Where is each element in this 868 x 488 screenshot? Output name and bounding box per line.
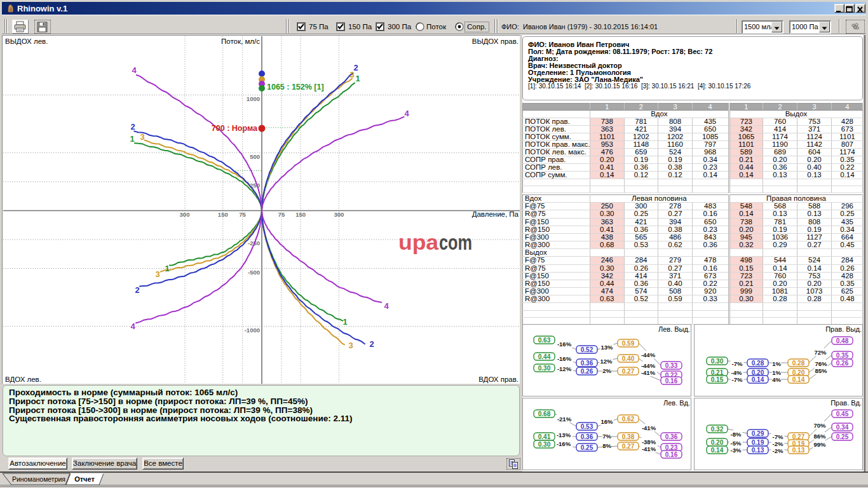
svg-text:-2%: -2% (773, 440, 783, 447)
svg-text:0.63: 0.63 (538, 337, 551, 344)
svg-text:0.52: 0.52 (581, 346, 593, 353)
svg-text:1%: 1% (772, 369, 781, 376)
svg-text:-5%: -5% (731, 440, 742, 447)
svg-text:0.13: 0.13 (752, 447, 764, 454)
svg-text:Риноманометрия: Риноманометрия (12, 475, 65, 483)
svg-text:0.13: 0.13 (792, 447, 805, 454)
svg-text:0.16: 0.16 (665, 451, 678, 458)
svg-text:-16%: -16% (557, 341, 572, 348)
svg-text:upa: upa (398, 231, 439, 254)
svg-text:Поток, мл/с: Поток, мл/с (221, 37, 260, 45)
svg-text:0.34: 0.34 (836, 424, 849, 431)
svg-text:2: 2 (135, 285, 139, 295)
svg-text:-7%: -7% (732, 360, 743, 367)
svg-text:0.45: 0.45 (836, 410, 849, 417)
svg-text:3: 3 (155, 269, 159, 279)
svg-text:150: 150 (295, 211, 306, 218)
svg-text:0.15: 0.15 (711, 376, 724, 383)
svg-text:16%: 16% (600, 418, 613, 425)
svg-text:700 : Норма: 700 : Норма (212, 124, 258, 133)
svg-text:-7%: -7% (732, 376, 743, 383)
svg-text:75: 75 (278, 211, 285, 218)
svg-text:0.27: 0.27 (622, 368, 635, 375)
svg-text:0.59: 0.59 (622, 340, 635, 347)
svg-text:-41%: -41% (642, 424, 656, 431)
svg-text:3: 3 (140, 132, 144, 142)
svg-text:0.35: 0.35 (836, 352, 849, 359)
svg-text:70%: 70% (813, 422, 826, 429)
svg-text:0.38: 0.38 (622, 433, 635, 440)
svg-text:300: 300 (334, 211, 344, 218)
svg-text:8%: 8% (602, 442, 611, 449)
svg-text:ВЫДОХ прав.: ВЫДОХ прав. (472, 37, 519, 45)
svg-text:-38%: -38% (642, 438, 656, 445)
svg-text:0.40: 0.40 (622, 355, 635, 362)
svg-text:0.14: 0.14 (711, 447, 724, 454)
svg-text:1: 1 (130, 134, 134, 144)
svg-text:-41%: -41% (642, 445, 656, 452)
svg-text:0.36: 0.36 (665, 433, 678, 440)
svg-text:-8%: -8% (731, 431, 742, 438)
svg-text:0.33: 0.33 (665, 362, 678, 369)
svg-text:75: 75 (239, 211, 246, 218)
svg-text:0.28: 0.28 (792, 360, 805, 367)
svg-text:4: 4 (132, 65, 137, 75)
svg-text:-41%: -41% (641, 369, 656, 376)
svg-text:0.25: 0.25 (581, 444, 593, 451)
svg-text:2: 2 (130, 122, 135, 132)
svg-text:0.14: 0.14 (752, 376, 764, 383)
svg-text:1%: 1% (772, 360, 781, 367)
svg-text:0.53: 0.53 (581, 423, 593, 430)
svg-text:Прав. Выд.: Прав. Выд. (825, 325, 862, 333)
svg-text:0.26: 0.26 (836, 360, 849, 367)
svg-text:13%: 13% (600, 344, 613, 351)
svg-text:300: 300 (180, 211, 190, 218)
svg-text:-13%: -13% (557, 431, 571, 438)
svg-text:72%: 72% (814, 349, 827, 356)
svg-text:0.68: 0.68 (538, 410, 551, 417)
svg-text:1000: 1000 (247, 95, 260, 102)
svg-text:Давление, Па: Давление, Па (472, 210, 519, 218)
svg-text:0.26: 0.26 (581, 368, 593, 375)
svg-text:4: 4 (130, 322, 135, 331)
svg-text:ВДОХ лев.: ВДОХ лев. (5, 376, 41, 383)
svg-text:-44%: -44% (641, 362, 656, 369)
svg-text:-2%: -2% (773, 447, 783, 454)
svg-text:0.30: 0.30 (711, 358, 724, 365)
svg-text:0.62: 0.62 (622, 416, 635, 423)
svg-text:0.44: 0.44 (538, 353, 551, 360)
svg-text:ВЫДОХ лев.: ВЫДОХ лев. (5, 37, 48, 45)
svg-text:99%: 99% (813, 441, 826, 448)
svg-text:4: 4 (404, 109, 409, 118)
svg-text:Лев. Вд.: Лев. Вд. (663, 399, 690, 407)
svg-text:-4%: -4% (731, 369, 742, 376)
svg-text:0.36: 0.36 (581, 433, 593, 440)
svg-text:-500: -500 (248, 269, 260, 276)
svg-text:Лев. Выд.: Лев. Выд. (658, 325, 690, 333)
svg-text:-21%: -21% (557, 416, 572, 423)
svg-text:3: 3 (349, 70, 354, 79)
svg-text:-44%: -44% (641, 351, 656, 358)
svg-text:0.32: 0.32 (711, 426, 724, 433)
svg-text:2%: 2% (602, 367, 611, 374)
svg-text:1065 : 152% [1]: 1065 : 152% [1] (267, 83, 324, 92)
svg-text:-16%: -16% (557, 355, 572, 362)
svg-text:-7%: -7% (773, 433, 783, 440)
svg-text:-12%: -12% (557, 365, 572, 372)
svg-text:3: 3 (348, 341, 353, 350)
svg-text:85%: 85% (815, 367, 827, 374)
svg-text:1: 1 (355, 74, 360, 83)
svg-text:12%: 12% (600, 358, 613, 365)
svg-text:0.48: 0.48 (836, 337, 849, 344)
svg-text:0.36: 0.36 (581, 360, 593, 367)
svg-text:0.41: 0.41 (538, 433, 551, 440)
svg-text:76%: 76% (815, 360, 827, 367)
svg-text:0.27: 0.27 (622, 443, 635, 450)
svg-text:0.29: 0.29 (752, 430, 764, 437)
svg-text:0.30: 0.30 (538, 441, 551, 448)
svg-text:7%: 7% (602, 433, 611, 440)
svg-text:-16%: -16% (557, 440, 571, 447)
svg-text:com: com (439, 231, 472, 254)
svg-text:0.16: 0.16 (665, 377, 678, 384)
svg-text:4: 4 (384, 301, 389, 311)
